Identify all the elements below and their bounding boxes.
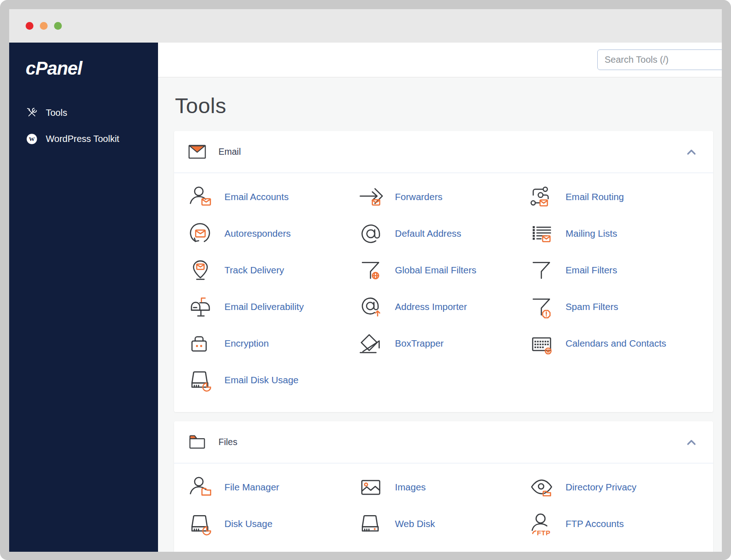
email-deliverability-icon [188,294,213,320]
tool-link-spam-filters[interactable]: Spam Filters [566,301,618,312]
section-header: Files [174,421,713,463]
collapse-section-button[interactable] [685,147,698,158]
svg-text:W: W [29,136,35,142]
tool-item-calendars-and-contacts[interactable]: Calendars and Contacts [529,325,699,362]
tool-link-ftp-accounts[interactable]: FTP Accounts [566,518,624,529]
file-manager-icon [188,475,213,500]
tool-link-directory-privacy[interactable]: Directory Privacy [566,482,637,493]
wordpress-icon: W [26,133,38,145]
tool-link-mailing-lists[interactable]: Mailing Lists [566,228,617,239]
tool-item-email-accounts[interactable]: Email Accounts [188,179,358,215]
files-section-icon [188,433,207,451]
tool-item-ftp-accounts[interactable]: FTPFTP Accounts [529,506,699,542]
section-label: Email [218,147,241,157]
tool-item-mailing-lists[interactable]: Mailing Lists [529,215,699,252]
autoresponders-icon [188,221,213,246]
window-viewport: cPanel Tools W WordPress Toolkit [9,9,722,552]
tool-link-email-accounts[interactable]: Email Accounts [224,191,289,202]
tool-item-email-filters[interactable]: Email Filters [529,252,699,288]
global-email-filters-icon [358,258,383,283]
images-icon [358,475,383,500]
minimize-button[interactable] [40,22,48,30]
browser-window: cPanel Tools W WordPress Toolkit [0,0,731,560]
sidebar-item-label: WordPress Toolkit [46,134,119,144]
tool-link-disk-usage[interactable]: Disk Usage [224,518,273,529]
section-card-email: Email Email AccountsForwardersEmail Rout… [174,131,713,412]
ftp-accounts-icon: FTP [529,511,554,537]
tool-item-email-disk-usage[interactable]: Email Disk Usage [188,362,358,398]
tool-link-forwarders[interactable]: Forwarders [395,191,442,202]
email-section-icon [188,142,207,161]
tool-link-calendars-and-contacts[interactable]: Calendars and Contacts [566,338,666,349]
tool-item-file-manager[interactable]: File Manager [188,469,358,506]
email-routing-icon [529,185,554,210]
tool-link-web-disk[interactable]: Web Disk [395,518,435,529]
main-header [158,43,722,77]
section-header: Email [174,131,713,173]
tool-item-global-email-filters[interactable]: Global Email Filters [358,252,529,288]
tool-item-forwarders[interactable]: Forwarders [358,179,529,215]
tool-link-email-routing[interactable]: Email Routing [566,191,624,202]
tool-link-encryption[interactable]: Encryption [224,338,269,349]
tool-link-email-deliverability[interactable]: Email Deliverability [224,301,304,312]
content: Tools Email Email AccountsForwardersEmai… [158,77,722,552]
tool-item-email-deliverability[interactable]: Email Deliverability [188,288,358,325]
tool-link-email-disk-usage[interactable]: Email Disk Usage [224,375,299,386]
disk-usage-icon [188,511,213,537]
close-button[interactable] [26,22,33,30]
tool-item-web-disk[interactable]: Web Disk [358,506,529,542]
chevron-up-icon [686,438,697,447]
tool-link-file-manager[interactable]: File Manager [224,482,279,493]
sidebar-item-wordpress-toolkit[interactable]: W WordPress Toolkit [9,126,158,152]
zoom-button[interactable] [54,22,62,30]
tool-link-images[interactable]: Images [395,482,426,493]
tool-link-boxtrapper[interactable]: BoxTrapper [395,338,443,349]
tool-link-track-delivery[interactable]: Track Delivery [224,265,284,276]
tool-item-address-importer[interactable]: Address Importer [358,288,529,325]
track-delivery-icon [188,258,213,283]
app-body: cPanel Tools W WordPress Toolkit [9,43,722,552]
window-titlebar [9,9,722,43]
directory-privacy-icon [529,475,554,500]
tool-item-encryption[interactable]: Encryption [188,325,358,362]
tool-item-boxtrapper[interactable]: BoxTrapper [358,325,529,362]
tool-link-email-filters[interactable]: Email Filters [566,265,617,276]
section-label: Files [218,437,237,447]
spam-filters-icon [529,294,554,320]
default-address-icon [358,221,383,246]
tools-icon [26,107,38,119]
calendars-contacts-icon [529,331,554,356]
tool-item-images[interactable]: Images [358,469,529,506]
tool-link-address-importer[interactable]: Address Importer [395,301,467,312]
tool-link-autoresponders[interactable]: Autoresponders [224,228,291,239]
chevron-up-icon [686,147,697,157]
page-title: Tools [175,93,713,118]
tool-item-autoresponders[interactable]: Autoresponders [188,215,358,252]
sidebar-item-tools[interactable]: Tools [9,100,158,126]
tool-item-default-address[interactable]: Default Address [358,215,529,252]
tool-link-global-email-filters[interactable]: Global Email Filters [395,265,476,276]
main-area: Tools Email Email AccountsForwardersEmai… [158,43,722,552]
sections: Email Email AccountsForwardersEmail Rout… [174,131,713,552]
web-disk-icon [358,511,383,537]
forwarders-icon [358,185,383,210]
tool-item-spam-filters[interactable]: Spam Filters [529,288,699,325]
email-filters-icon [529,258,554,283]
section-grid: Email AccountsForwardersEmail RoutingAut… [174,173,713,412]
tool-item-directory-privacy[interactable]: Directory Privacy [529,469,699,506]
section-grid: File ManagerImagesDirectory PrivacyDisk … [174,463,713,552]
tool-item-disk-usage[interactable]: Disk Usage [188,506,358,542]
tool-item-track-delivery[interactable]: Track Delivery [188,252,358,288]
section-card-files: Files File ManagerImagesDirectory Privac… [174,421,713,552]
email-disk-usage-icon [188,368,213,393]
sidebar-nav: Tools W WordPress Toolkit [9,100,158,152]
search-input[interactable] [597,49,722,70]
sidebar: cPanel Tools W WordPress Toolkit [9,43,158,552]
collapse-section-button[interactable] [685,437,698,448]
address-importer-icon [358,294,383,320]
encryption-icon [188,331,213,356]
tool-link-default-address[interactable]: Default Address [395,228,461,239]
sidebar-item-label: Tools [46,108,67,118]
tool-item-email-routing[interactable]: Email Routing [529,179,699,215]
email-accounts-icon [188,185,213,210]
